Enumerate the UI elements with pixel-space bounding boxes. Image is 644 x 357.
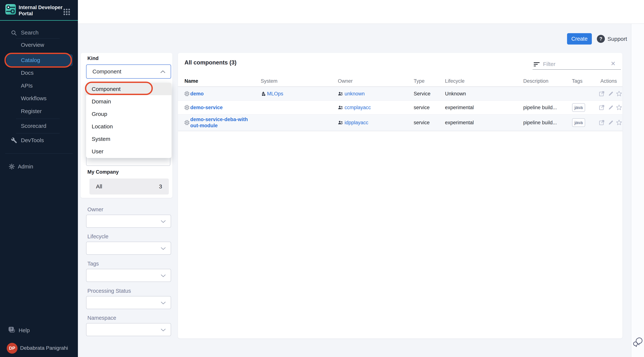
type-cell: Service — [414, 91, 430, 97]
kind-option-user[interactable]: User — [86, 145, 172, 158]
edit-pencil-icon[interactable] — [608, 91, 614, 97]
lifecycle-cell: experimental — [445, 120, 474, 126]
tag-chip: java — [572, 118, 585, 127]
sidebar-item-help[interactable]: ? Help — [0, 324, 78, 336]
owner-link[interactable]: idpplayacc — [344, 120, 368, 126]
chevron-down-icon — [161, 301, 166, 305]
sidebar-item-scorecard[interactable]: Scorecard — [21, 120, 46, 132]
page-header — [78, 0, 644, 24]
annotation-catalog-ring — [4, 53, 72, 68]
entity-name-link[interactable]: demo — [190, 91, 204, 97]
my-company-label: My Company — [88, 169, 119, 175]
owner-link[interactable]: unknown — [344, 91, 365, 97]
support-button[interactable]: Support — [608, 36, 627, 42]
system-link[interactable]: MLOps — [267, 91, 283, 97]
component-chip-icon — [184, 120, 190, 125]
col-header-lifecycle[interactable]: Lifecycle — [445, 78, 464, 84]
group-icon — [338, 106, 344, 110]
gear-icon — [8, 164, 15, 170]
chevron-up-icon — [160, 70, 166, 74]
col-header-actions: Actions — [600, 78, 617, 84]
entity-name-link[interactable]: demo-service — [190, 105, 223, 110]
clear-filter-icon[interactable]: × — [611, 59, 616, 68]
user-menu[interactable]: DP Debabrata Panigrahi — [0, 342, 78, 355]
processing-status-select[interactable] — [86, 296, 171, 309]
open-in-new-icon[interactable] — [599, 120, 605, 126]
open-in-new-icon[interactable] — [599, 104, 605, 110]
sidebar-item-workflows[interactable]: Workflows — [21, 92, 46, 104]
search-icon — [11, 30, 17, 36]
group-icon — [338, 120, 344, 125]
filter-underline — [532, 69, 621, 70]
chevron-down-icon — [161, 247, 166, 250]
table-filter-input[interactable] — [543, 60, 598, 68]
sidebar-item-docs[interactable]: Docs — [21, 67, 34, 79]
edit-pencil-icon[interactable] — [608, 104, 614, 110]
sidebar-item-admin[interactable]: Admin — [0, 160, 78, 173]
type-cell: service — [414, 120, 430, 126]
col-header-type[interactable]: Type — [414, 78, 425, 84]
kind-select[interactable]: Component — [86, 64, 171, 79]
chevron-down-icon — [161, 220, 166, 223]
kind-option-domain[interactable]: Domain — [86, 95, 172, 108]
divider — [16, 119, 60, 119]
type-cell: service — [414, 105, 430, 110]
table-row: demo-service-deba-without-module idpplay… — [178, 114, 622, 131]
owner-select[interactable] — [86, 215, 171, 228]
namespace-label: Namespace — [88, 315, 116, 321]
kind-option-location[interactable]: Location — [86, 120, 172, 133]
edit-pencil-icon[interactable] — [608, 120, 614, 126]
system-icon — [261, 91, 266, 96]
app-root: Internal Developer Portal Search Overvie… — [0, 0, 644, 357]
col-header-description[interactable]: Description — [523, 78, 548, 84]
component-chip-icon — [184, 91, 190, 96]
create-button[interactable]: Create — [567, 33, 592, 44]
lifecycle-label: Lifecycle — [88, 234, 108, 240]
filter-list-icon — [533, 61, 540, 68]
chat-bubbles-icon[interactable] — [633, 336, 643, 348]
brand-title: Internal Developer Portal — [19, 4, 63, 17]
namespace-select[interactable] — [86, 323, 171, 336]
col-header-name[interactable]: Name — [184, 78, 198, 84]
owner-label: Owner — [88, 206, 103, 212]
all-label: All — [96, 178, 102, 194]
table-row: demo MLOps unknown Service Unknown — [178, 87, 622, 101]
star-icon[interactable] — [616, 120, 622, 126]
right-side-strip — [631, 24, 644, 357]
entity-name-link[interactable]: demo-service-deba-without-module — [190, 116, 250, 129]
avatar: DP — [7, 343, 18, 354]
sidebar-item-apis[interactable]: APIs — [21, 80, 32, 92]
processing-status-label: Processing Status — [88, 288, 131, 294]
sidebar-item-overview[interactable]: Overview — [21, 39, 44, 51]
divider — [16, 133, 60, 134]
lifecycle-cell: Unknown — [445, 91, 466, 97]
col-header-system[interactable]: System — [261, 78, 278, 84]
wrench-icon — [11, 137, 17, 144]
sidebar-item-register[interactable]: Register — [21, 105, 42, 118]
app-grid-icon[interactable] — [63, 8, 70, 15]
help-chat-icon: ? — [8, 326, 16, 334]
col-header-tags[interactable]: Tags — [572, 78, 582, 84]
kind-option-system[interactable]: System — [86, 133, 172, 145]
all-count: 3 — [151, 178, 162, 194]
col-header-owner[interactable]: Owner — [338, 78, 353, 84]
description-cell: pipeline build... — [523, 105, 557, 110]
my-company-all-filter[interactable]: All 3 — [90, 178, 169, 194]
sidebar-item-search[interactable]: Search — [0, 27, 78, 39]
sidebar-accent-rule — [0, 20, 78, 21]
chevron-down-icon — [161, 328, 166, 332]
star-icon[interactable] — [616, 104, 622, 111]
sidebar-item-devtools[interactable]: DevTools — [21, 134, 44, 146]
lifecycle-select[interactable] — [86, 242, 171, 255]
user-name: Debabrata Panigrahi — [20, 345, 68, 351]
owner-link[interactable]: ccmplayacc — [344, 105, 371, 110]
annotation-component-ring — [85, 82, 153, 95]
kind-option-group[interactable]: Group — [86, 108, 172, 120]
description-cell: pipeline build... — [523, 120, 557, 126]
star-icon[interactable] — [616, 90, 622, 97]
kind-label: Kind — [88, 56, 98, 61]
open-in-new-icon[interactable] — [599, 91, 605, 97]
svg-text:?: ? — [10, 327, 12, 331]
support-help-icon[interactable]: ? — [597, 35, 605, 43]
tags-select[interactable] — [86, 269, 171, 282]
